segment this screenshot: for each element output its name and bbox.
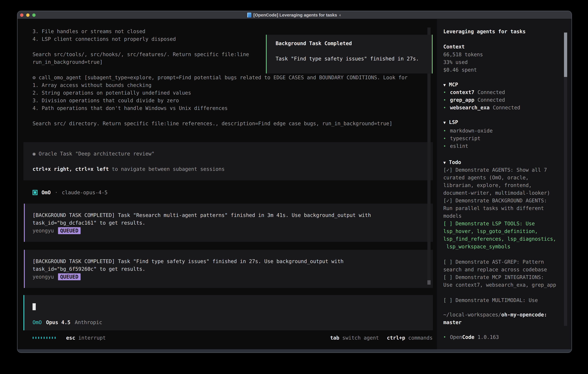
lsp-server-name: eslint: [450, 142, 468, 150]
tool-call-line: 3. Division operations that could divide…: [32, 97, 408, 104]
subagent-session-header[interactable]: OmO · claude-opus-4-5: [32, 189, 107, 196]
todo-line: Use context7, websearch_exa, grep_app: [443, 281, 556, 289]
active-agent[interactable]: OmO: [32, 320, 42, 325]
message-line: [32, 43, 249, 51]
todo-line: [✓] Demonstrate BACKGROUND AGENTS:: [443, 197, 556, 205]
gear-icon: ⚙: [32, 75, 36, 80]
sidebar-scrollbar-thumb[interactable]: [564, 32, 567, 77]
shortcut-keys: ctrl+x right, ctrl+x left: [32, 166, 109, 172]
tool-call-line: Search src/ directory. Return specific f…: [32, 120, 408, 127]
keyhint-interrupt: esc interrupt: [66, 335, 106, 341]
background-task-card: [BACKGROUND TASK COMPLETED] Task "Resear…: [24, 204, 433, 242]
todo-line: curated agents (OmO, oracle,: [443, 174, 556, 181]
status-dot-icon: •: [443, 89, 450, 96]
status-dot-icon: •: [443, 142, 450, 150]
zoom-button[interactable]: [32, 13, 36, 17]
todo-line: [443, 250, 556, 258]
task-user: yeongyu: [32, 228, 54, 234]
chevron-down-icon: ▼: [443, 83, 446, 87]
titlebar[interactable]: [OpenCode] Leveraging agents for tasks ◐: [18, 11, 571, 19]
toast-body: Task "Find type safety issues" finished …: [276, 55, 432, 63]
todo-line: lsp_find_references, lsp_diagnostics,: [443, 235, 556, 243]
tool-call-line: [32, 112, 408, 120]
status-right-keyhints: tab switch agentctrl+p commands: [330, 335, 433, 341]
toast-notification[interactable]: Background Task Completed Task "Find typ…: [266, 35, 433, 73]
message-line: run_in_background=true]: [32, 58, 249, 66]
close-button[interactable]: [20, 13, 23, 17]
status-dot-icon: •: [443, 96, 450, 104]
tool-call-line: 2. String operations on potentially unde…: [32, 89, 408, 97]
active-model[interactable]: Opus 4.5: [46, 320, 71, 325]
task-message-line: [BACKGROUND TASK COMPLETED] Task "Resear…: [32, 211, 433, 219]
todo-line: document-writer, multimodal-looker): [443, 189, 556, 197]
task-user: yeongyu: [32, 274, 54, 280]
keyhint-label: commands: [408, 335, 433, 341]
task-message-line: [BACKGROUND TASK COMPLETED] Task "Find t…: [32, 258, 433, 265]
oracle-shortcut-hint: ctrl+x right, ctrl+x left to navigate be…: [32, 165, 433, 173]
message-line: 3. File handles or streams not closed: [32, 28, 249, 35]
mcp-item: •context7Connected: [443, 89, 520, 96]
lsp-item: •eslint: [443, 142, 493, 150]
chat-scrollbar-thumb[interactable]: [427, 280, 430, 285]
agent-model: claude-opus-4-5: [62, 190, 107, 195]
keyhint: tab switch agent: [330, 335, 379, 341]
status-bar: esc interrupt tab switch agentctrl+p com…: [32, 334, 433, 342]
status-dot-icon: •: [443, 127, 450, 135]
status-dot-icon: •: [443, 135, 450, 142]
message-line: 4. LSP client connections not properly d…: [32, 35, 249, 43]
oracle-task-block: ◉ Oracle Task "Deep architecture review"…: [23, 142, 433, 180]
mcp-server-status: Connected: [478, 89, 505, 96]
input-meta-row: OmO Opus 4.5 Anthropic: [32, 319, 102, 326]
todo-line: [ ] Demonstrate LSP TOOLS: Use: [443, 220, 556, 228]
todo-line: [ ] Demonstrate AST-GREP: Pattern: [443, 258, 556, 266]
sidebar-scrollbar[interactable]: [564, 32, 567, 326]
prompt-input[interactable]: OmO Opus 4.5 Anthropic: [23, 295, 433, 330]
session-progress-icon: ◐: [339, 13, 342, 18]
todo-line: models: [443, 212, 556, 220]
keyhint-key: tab: [330, 335, 339, 341]
mcp-server-name: websearch_exa: [450, 104, 490, 112]
git-branch: master: [443, 319, 547, 326]
todo-line: librarian, explore, frontend,: [443, 181, 556, 189]
chevron-down-icon: ▼: [443, 120, 446, 125]
spinner-dots-icon: [32, 337, 56, 339]
status-dot-icon: •: [443, 334, 450, 340]
todo-line: search and replace across codebase: [443, 266, 556, 273]
workspace-path: ~/local-workspaces/oh-my-opencode: maste…: [443, 311, 547, 326]
todo-line: Run parallel tasks with different: [443, 205, 556, 212]
session-title: Leveraging agents for tasks: [443, 28, 526, 35]
window-title-group: [OpenCode] Leveraging agents for tasks ◐: [247, 13, 342, 18]
status-badge: QUEUED: [58, 227, 81, 234]
mcp-item: •websearch_exaConnected: [443, 104, 520, 112]
separator-dot: ·: [55, 190, 58, 195]
context-stat-line: 33% used: [443, 58, 483, 66]
window-title: [OpenCode] Leveraging agents for tasks: [253, 13, 337, 18]
mcp-list: •context7Connected•grep_appConnected•web…: [443, 89, 520, 112]
repo-name: oh-my-opencode:: [501, 312, 547, 318]
lsp-section-header[interactable]: ▼LSP: [443, 118, 458, 126]
toast-title: Background Task Completed: [276, 40, 432, 47]
task-message-line: task_id="bg_dcfac161" to get results.: [32, 219, 433, 227]
status-dot-icon: •: [443, 104, 450, 112]
path-prefix: ~/local-workspaces/: [443, 312, 501, 318]
task-message-line: task_id="bg_6f59260c" to get results.: [32, 265, 433, 273]
sidebar: Leveraging agents for tasks Context 66,5…: [437, 19, 571, 349]
oracle-task-title: ◉ Oracle Task "Deep architecture review": [32, 150, 433, 158]
lsp-item: •markdown-oxide: [443, 127, 493, 135]
document-icon: [247, 13, 251, 18]
background-task-card: [BACKGROUND TASK COMPLETED] Task "Find t…: [24, 250, 433, 288]
text-cursor: [32, 303, 36, 310]
todo-section-header[interactable]: ▼Todo: [443, 158, 461, 166]
mcp-section-header[interactable]: ▼MCP: [443, 81, 458, 89]
keyhint-key: ctrl+p: [387, 335, 405, 341]
todo-line: lsp_hover, lsp_goto_definition,: [443, 228, 556, 235]
todo-line: [✓] Demonstrate AGENTS: Show all 7: [443, 166, 556, 174]
assistant-message: 3. File handles or streams not closed4. …: [32, 28, 249, 66]
model-provider: Anthropic: [75, 320, 102, 325]
lsp-server-name: markdown-oxide: [450, 127, 493, 135]
window-bottom-edge: [18, 349, 571, 353]
terminal-window: [OpenCode] Leveraging agents for tasks ◐…: [17, 11, 572, 353]
minimize-button[interactable]: [26, 13, 30, 17]
agent-name: OmO: [42, 190, 51, 195]
todo-line: lsp_workspace_symbols: [443, 243, 556, 250]
